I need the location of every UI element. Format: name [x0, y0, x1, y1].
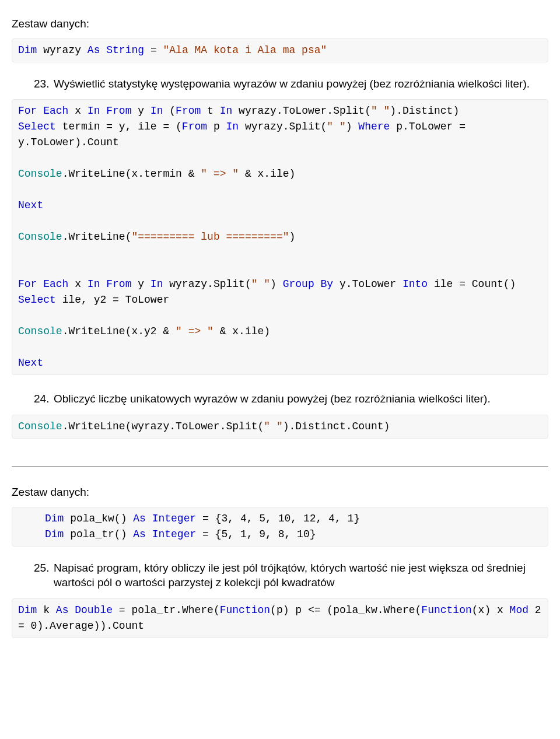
- divider: [12, 467, 548, 467]
- question-number: 23.: [34, 76, 54, 92]
- code-block-2: For Each x In From y In (From t In wyraz…: [12, 99, 548, 375]
- question-23: 23. Wyświetlić statystykę występowania w…: [34, 76, 548, 92]
- question-text: Wyświetlić statystykę występowania wyraz…: [54, 76, 548, 92]
- section-heading-1: Zestaw danych:: [12, 16, 548, 31]
- question-24: 24. Obliczyć liczbę unikatowych wyrazów …: [34, 391, 548, 407]
- question-text: Obliczyć liczbę unikatowych wyrazów w zd…: [54, 391, 548, 407]
- code-block-1: Dim wyrazy As String = "Ala MA kota i Al…: [12, 38, 548, 62]
- question-25: 25. Napisać program, który obliczy ile j…: [34, 561, 548, 590]
- question-number: 24.: [34, 391, 54, 407]
- code-block-3: Console.WriteLine(wyrazy.ToLower.Split("…: [12, 415, 548, 439]
- code-block-4: Dim pola_kw() As Integer = {3, 4, 5, 10,…: [12, 507, 548, 547]
- question-text: Napisać program, który obliczy ile jest …: [54, 561, 548, 590]
- question-number: 25.: [34, 561, 54, 590]
- section-heading-2: Zestaw danych:: [12, 485, 548, 500]
- code-block-5: Dim k As Double = pola_tr.Where(Function…: [12, 598, 548, 638]
